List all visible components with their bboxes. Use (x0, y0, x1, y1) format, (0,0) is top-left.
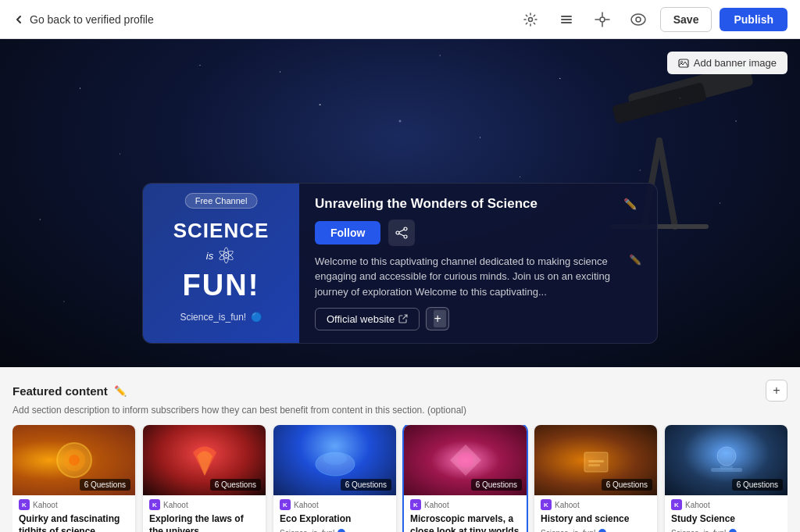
kahoot-logo-6: K (671, 499, 682, 510)
section-title: Featured content (12, 384, 108, 398)
verified-icon-6: ✓ (729, 529, 737, 532)
kahoot-logo-2: K (149, 499, 160, 510)
list-icon-btn[interactable] (552, 5, 580, 34)
hero-banner: Add banner image Free Channel SCIENCE is… (0, 39, 800, 367)
follow-button[interactable]: Follow (315, 221, 380, 245)
back-icon (12, 13, 25, 26)
profile-card: Free Channel SCIENCE is ⚛ FUN! Science_i… (142, 183, 658, 345)
logo-fun-text: FUN! (173, 269, 270, 302)
kahoot-logo-3: K (280, 499, 291, 510)
verified-icon: 🔵 (251, 312, 262, 323)
website-label: Official website (327, 313, 395, 325)
edit-section-button[interactable]: ✏️ (114, 385, 127, 397)
svg-rect-26 (588, 460, 604, 462)
add-link-button[interactable]: + (426, 307, 449, 330)
thumb-visual-1 (51, 437, 98, 484)
external-link-icon (398, 314, 408, 323)
svg-rect-3 (561, 22, 572, 23)
kahoot-logo-1: K (19, 499, 30, 510)
svg-line-18 (399, 234, 404, 236)
card-badge-1: 6 Questions (80, 479, 130, 491)
card-author-6: Science_is_fun! ✓ (665, 529, 788, 532)
back-label: Go back to verified profile (30, 13, 154, 26)
verified-icon-5: ✓ (598, 529, 606, 532)
card-thumb-4: 6 Questions (404, 425, 527, 495)
settings-icon-btn[interactable] (516, 5, 545, 34)
svg-point-28 (717, 447, 736, 466)
profile-username: Science_is_fun! 🔵 (180, 312, 262, 323)
edit-title-button[interactable]: ✏️ (619, 196, 641, 212)
thumb-visual-4 (442, 437, 489, 484)
card-badge-2: 6 Questions (210, 479, 261, 491)
card-6: 6 Questions K Kahoot Study Science Scien… (665, 425, 788, 532)
card-title-1: Quirky and fascinating tidbits of scienc… (12, 512, 135, 532)
link-row: Official website + (315, 307, 641, 330)
settings2-icon-btn[interactable] (588, 5, 616, 34)
kahoot-logo-5: K (541, 499, 552, 510)
card-1: 6 Questions K Kahoot Quirky and fascinat… (12, 425, 135, 532)
content-section: Featured content ✏️ + Add section descri… (0, 367, 800, 532)
back-button[interactable]: Go back to verified profile (12, 13, 154, 26)
image-icon (678, 58, 689, 69)
svg-point-16 (396, 231, 399, 234)
preview-icon-btn[interactable] (624, 5, 652, 34)
card-title-6: Study Science (665, 512, 788, 529)
card-title-5: History and science (534, 512, 657, 529)
svg-point-15 (404, 235, 407, 238)
card-badge-4: 6 Questions (471, 479, 522, 491)
gear-icon (523, 12, 538, 27)
card-thumb-1: 6 Questions (12, 425, 135, 495)
card-thumb-5: 6 Questions (534, 425, 657, 495)
profile-info: Unraveling the Wonders of Science ✏️ Fol… (299, 184, 657, 344)
card-2: 6 Questions K Kahoot Exploring the laws … (143, 425, 266, 532)
share-button[interactable] (388, 220, 415, 246)
list-icon (559, 12, 574, 27)
publish-button[interactable]: Publish (720, 8, 788, 31)
profile-title-row: Unraveling the Wonders of Science ✏️ (315, 196, 641, 212)
logo-is-text: is (206, 250, 213, 262)
profile-description: Welcome to this captivating channel dedi… (315, 255, 610, 298)
svg-line-17 (399, 230, 404, 232)
card-badge-6: 6 Questions (732, 479, 783, 491)
section-title-row: Featured content ✏️ (12, 384, 127, 398)
svg-rect-2 (561, 19, 572, 20)
add-section-button[interactable]: + (766, 380, 788, 402)
thumb-visual-2 (181, 437, 228, 484)
thumb-visual-6 (703, 437, 750, 484)
card-thumb-6: 6 Questions (665, 425, 788, 495)
card-title-3: Eco Exploration (273, 512, 396, 529)
card-kahoot-label-1: K Kahoot (12, 495, 135, 512)
add-banner-button[interactable]: Add banner image (667, 52, 788, 74)
card-author-3: Science_is_fun! ✓ (273, 529, 396, 532)
svg-point-24 (458, 452, 473, 468)
save-button[interactable]: Save (660, 7, 712, 32)
logo-science-text: SCIENCE (173, 219, 270, 243)
card-kahoot-label-6: K Kahoot (665, 495, 788, 512)
action-row: Follow (315, 220, 641, 246)
card-4: 6 Questions K Kahoot Microscopic marvels… (404, 425, 527, 532)
cards-grid: 6 Questions K Kahoot Quirky and fascinat… (12, 425, 788, 532)
section-description: Add section description to inform subscr… (12, 405, 788, 416)
verified-icon-3: ✓ (338, 529, 345, 532)
svg-point-23 (323, 452, 347, 465)
topbar: Go back to verified profile (0, 0, 800, 39)
card-kahoot-label-5: K Kahoot (534, 495, 657, 512)
free-channel-badge: Free Channel (185, 193, 258, 209)
website-button[interactable]: Official website (315, 308, 420, 330)
card-badge-5: 6 Questions (602, 479, 652, 491)
svg-point-4 (600, 17, 605, 22)
svg-line-10 (659, 141, 675, 227)
svg-point-6 (636, 17, 641, 22)
science-logo: SCIENCE is ⚛ FUN! (173, 219, 270, 302)
eye-icon (630, 13, 647, 26)
edit-description-button[interactable]: ✏️ (629, 254, 641, 266)
card-title-4: Microscopic marvels, a close look at tin… (404, 512, 527, 532)
svg-point-21 (69, 455, 80, 466)
svg-point-14 (404, 227, 407, 230)
profile-description-area: Welcome to this captivating channel dedi… (315, 254, 641, 300)
profile-title: Unraveling the Wonders of Science (315, 196, 538, 212)
card-kahoot-label-4: K Kahoot (404, 495, 527, 512)
card-kahoot-label-2: K Kahoot (143, 495, 266, 512)
kahoot-logo-4: K (410, 499, 421, 510)
svg-rect-1 (561, 16, 572, 17)
